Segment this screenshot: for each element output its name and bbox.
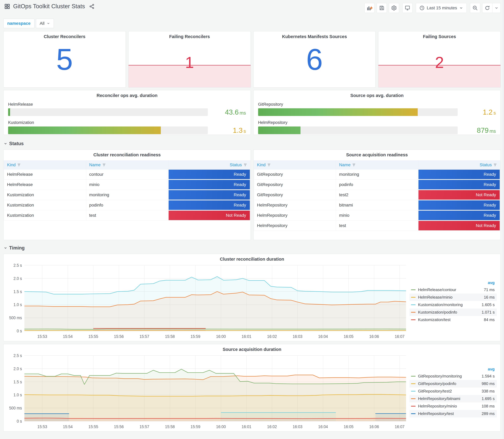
refresh-button[interactable] xyxy=(482,3,492,13)
bar-gauge-fill xyxy=(8,108,10,116)
legend-series-swatch xyxy=(411,312,416,313)
section-timing-toggle[interactable]: Timing xyxy=(4,244,501,252)
dashboard-settings-button[interactable] xyxy=(389,3,399,13)
cell-status: Ready xyxy=(418,210,500,220)
filter-icon[interactable] xyxy=(493,163,497,167)
filter-icon[interactable] xyxy=(102,163,106,167)
status-badge: Not Ready xyxy=(418,190,500,200)
column-header-name[interactable]: Name xyxy=(86,160,168,169)
cell-name: test2 xyxy=(336,190,418,200)
cell-name: contour xyxy=(86,169,168,180)
column-header-status[interactable]: Status xyxy=(418,160,500,169)
svg-text:15:56: 15:56 xyxy=(114,334,124,339)
cell-status: Ready xyxy=(168,169,250,180)
svg-text:16:00: 16:00 xyxy=(216,424,226,429)
dashboard-header: GitOps Toolkit Cluster Stats xyxy=(3,2,501,15)
legend-series-name[interactable]: Kustomization/podinfo xyxy=(418,310,479,315)
chart-plot-area[interactable]: 0 s500 ms1.0 s1.5 s2.0 s2.5 s15:5315:541… xyxy=(4,353,409,431)
namespace-filter-select[interactable]: All xyxy=(36,19,54,28)
legend-series-name[interactable]: HelmRepository/test xyxy=(418,411,479,416)
filter-icon[interactable] xyxy=(352,163,356,167)
cell-kind: HelmRepository xyxy=(254,210,336,220)
legend-series-name[interactable]: HelmRepository/bitnami xyxy=(418,396,479,401)
legend-series-name[interactable]: HelmRepository/minio xyxy=(418,404,479,409)
bar-gauge-line: 1.3s xyxy=(8,126,246,134)
bar-gauge-value-unit: ms xyxy=(490,128,496,134)
bar-gauge-line: 1.2s xyxy=(258,108,496,116)
legend-series-name[interactable]: HelmRelease/minio xyxy=(418,295,481,300)
legend-item[interactable]: HelmRepository/minio108 ms xyxy=(409,402,497,410)
svg-text:16:04: 16:04 xyxy=(318,424,328,429)
namespace-filter-label: namespace xyxy=(3,19,35,28)
legend-item[interactable]: GitRepository/podinfo980 ms xyxy=(409,380,497,388)
bar-gauge-label: HelmRepository xyxy=(258,120,496,125)
legend-series-avg: 338 ms xyxy=(482,389,495,394)
template-variables: namespace All xyxy=(3,19,501,28)
stat-panel: Kubernetes Manifests Sources6 xyxy=(253,31,376,87)
legend-item[interactable]: HelmRelease/contour71 ms xyxy=(409,286,497,293)
svg-text:16:05: 16:05 xyxy=(344,334,354,339)
apps-grid-icon[interactable] xyxy=(4,3,10,9)
legend-item[interactable]: Kustomization/test84 ms xyxy=(409,316,497,324)
filter-icon[interactable] xyxy=(267,163,271,167)
refresh-button-group xyxy=(482,3,501,13)
bar-gauge-value-number: 1.3 xyxy=(233,126,243,134)
save-dashboard-button[interactable] xyxy=(377,3,387,13)
chart-legend: avgHelmRelease/contour71 msHelmRelease/m… xyxy=(409,263,499,341)
cell-status: Ready xyxy=(168,190,250,200)
status-badge: Ready xyxy=(418,180,500,189)
legend-avg-header[interactable]: avg xyxy=(409,366,497,372)
legend-item[interactable]: HelmRepository/bitnami1.695 s xyxy=(409,395,497,402)
svg-text:15:56: 15:56 xyxy=(114,424,124,429)
bar-gauge-fill xyxy=(258,108,418,116)
status-badge: Not Ready xyxy=(169,211,250,220)
legend-series-name[interactable]: GitRepository/test2 xyxy=(418,389,479,394)
cell-status: Not Ready xyxy=(418,190,500,200)
section-status-toggle[interactable]: Status xyxy=(4,139,501,148)
kiosk-mode-button[interactable] xyxy=(402,3,413,13)
zoom-out-button[interactable] xyxy=(470,3,480,13)
chevron-down-icon xyxy=(47,22,50,25)
legend-series-name[interactable]: HelmRelease/contour xyxy=(418,287,481,292)
legend-series-avg: 71 ms xyxy=(484,287,495,292)
legend-item[interactable]: GitRepository/monitoring1.594 s xyxy=(409,372,497,380)
column-header-status[interactable]: Status xyxy=(168,160,250,169)
chart-plot-area[interactable]: 0 s500 ms1.0 s1.5 s2.0 s2.5 s15:5315:541… xyxy=(4,263,409,341)
legend-series-name[interactable]: GitRepository/monitoring xyxy=(418,374,479,378)
svg-text:15:59: 15:59 xyxy=(190,334,200,339)
column-header-name[interactable]: Name xyxy=(336,160,418,169)
legend-item[interactable]: HelmRepository/test289 ms xyxy=(409,410,497,417)
svg-text:2.0 s: 2.0 s xyxy=(13,366,22,371)
bar-gauge-row: Kustomization1.3s xyxy=(8,120,246,134)
column-header-kind[interactable]: Kind xyxy=(4,160,86,169)
svg-text:16:07: 16:07 xyxy=(395,424,405,429)
chart-svg: 0 s500 ms1.0 s1.5 s2.0 s2.5 s15:5315:541… xyxy=(4,353,409,431)
svg-text:16:01: 16:01 xyxy=(242,424,251,429)
table-row: HelmRepositorytestNot Ready xyxy=(254,220,500,231)
svg-text:15:54: 15:54 xyxy=(63,334,73,339)
column-header-kind[interactable]: Kind xyxy=(254,160,336,169)
stat-number: 5 xyxy=(56,42,73,77)
legend-series-name[interactable]: Kustomization/monitoring xyxy=(418,302,479,307)
legend-series-swatch xyxy=(411,413,416,414)
legend-item[interactable]: HelmRelease/minio16 ms xyxy=(409,293,497,301)
legend-series-name[interactable]: Kustomization/test xyxy=(418,317,481,322)
section-status-label: Status xyxy=(9,141,24,146)
legend-item[interactable]: Kustomization/monitoring1.605 s xyxy=(409,301,497,308)
time-range-picker[interactable]: Last 15 minutes xyxy=(416,3,467,13)
filter-icon[interactable] xyxy=(17,163,21,167)
cell-kind: HelmRelease xyxy=(4,180,86,190)
cell-kind: Kustomization xyxy=(4,210,86,220)
readiness-table: KindNameStatusHelmReleasecontourReadyHel… xyxy=(4,160,250,220)
legend-item[interactable]: GitRepository/test2338 ms xyxy=(409,388,497,395)
bar-gauge-panel: Source ops avg. durationGitRepository1.2… xyxy=(253,90,501,135)
legend-series-name[interactable]: GitRepository/podinfo xyxy=(418,381,479,386)
filter-icon[interactable] xyxy=(244,163,247,167)
legend-item[interactable]: Kustomization/podinfo1.071 s xyxy=(409,308,497,316)
add-panel-button[interactable] xyxy=(364,3,375,13)
page-scrollbar[interactable] xyxy=(503,0,504,439)
refresh-interval-dropdown[interactable] xyxy=(492,3,501,13)
share-icon[interactable] xyxy=(89,4,95,9)
legend-avg-header[interactable]: avg xyxy=(409,280,497,286)
legend-series-avg: 980 ms xyxy=(482,381,495,386)
